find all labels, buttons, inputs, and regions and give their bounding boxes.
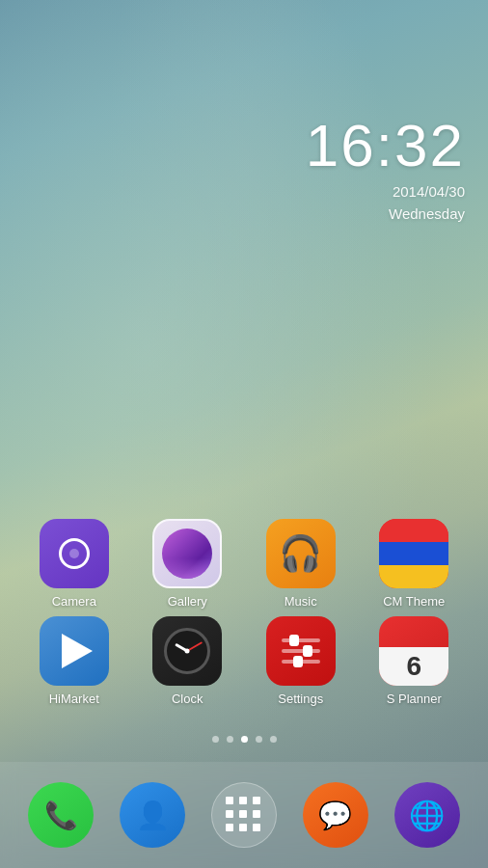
page-indicators [0,736,488,743]
date-display: 2014/04/30 Wednesday [306,181,465,225]
app-camera[interactable]: Camera [26,519,122,609]
headphone-icon: 🎧 [279,533,322,574]
apps-grid-icon [226,797,262,833]
page-dot-3[interactable] [241,736,248,743]
dock: 📞 👤 💬 🌐 [0,762,488,868]
app-grid: Camera Gallery 🎧 Music [0,519,488,714]
flag-red [379,519,448,542]
gallery-inner [162,529,212,579]
music-icon: 🎧 [266,519,336,588]
contacts-icon: 👤 [136,800,170,831]
play-icon [62,634,93,668]
app-himarket[interactable]: HiMarket [26,616,122,706]
splanner-label: S Planner [387,692,442,706]
page-dot-2[interactable] [227,736,233,743]
app-gallery[interactable]: Gallery [139,519,235,609]
dock-browser-button[interactable]: 🌐 [394,782,460,848]
app-row-1: Camera Gallery 🎧 Music [17,519,471,609]
clock-label: Clock [172,692,203,706]
gallery-label: Gallery [168,594,207,609]
app-cmtheme[interactable]: CM Theme [366,519,462,609]
cmtheme-icon [379,519,448,588]
dock-phone-button[interactable]: 📞 [28,782,94,848]
app-splanner[interactable]: 6 S Planner [366,616,462,706]
time-display: 16:32 [306,116,465,176]
slider-3 [282,660,320,664]
app-music[interactable]: 🎧 Music [253,519,349,609]
app-settings[interactable]: Settings [253,616,349,706]
flag-blue [379,542,448,565]
clock-icon [152,616,222,686]
camera-icon [40,519,109,588]
app-clock[interactable]: Clock [139,616,235,706]
camera-lens [59,538,90,569]
flag-yellow [379,565,448,588]
clock-center [185,649,190,654]
himarket-label: HiMarket [49,692,99,706]
camera-label: Camera [52,594,96,609]
page-dot-5[interactable] [270,736,277,743]
splanner-icon: 6 [379,616,448,686]
dock-apps-button[interactable] [211,782,277,848]
planner-bottom: 6 [379,647,448,686]
time-widget: 16:32 2014/04/30 Wednesday [306,116,465,225]
settings-icon [266,616,336,686]
clock-face [164,628,210,674]
slider-1 [282,638,320,642]
page-dot-4[interactable] [256,736,262,743]
gallery-icon [152,519,222,588]
phone-icon: 📞 [44,800,78,831]
slider-2 [282,649,320,653]
date-text: 2014/04/30 [393,183,465,200]
settings-label: Settings [278,692,323,706]
cmtheme-label: CM Theme [383,594,445,609]
page-dot-1[interactable] [212,736,219,743]
sliders [282,638,320,664]
dock-contacts-button[interactable]: 👤 [120,782,185,848]
himarket-icon [40,616,109,686]
app-row-2: HiMarket Clock [17,616,471,706]
messages-icon: 💬 [318,800,352,831]
browser-icon: 🌐 [409,799,445,832]
dock-messages-button[interactable]: 💬 [303,782,368,848]
home-screen: 16:32 2014/04/30 Wednesday Camera Galler… [0,0,488,868]
music-label: Music [285,594,317,609]
day-text: Wednesday [389,205,465,222]
planner-number: 6 [406,651,421,682]
